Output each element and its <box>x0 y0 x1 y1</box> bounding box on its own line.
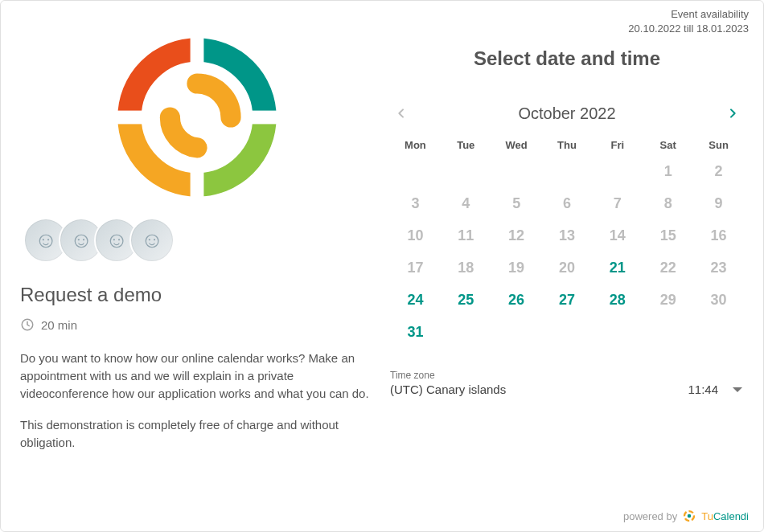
calendar-day-disabled: 16 <box>693 225 744 246</box>
calendar-day-disabled: 4 <box>441 193 491 214</box>
calendar-day-disabled: 2 <box>693 161 744 182</box>
calendar-day-disabled: 10 <box>390 225 441 246</box>
calendar-day-disabled: 20 <box>542 257 593 278</box>
calendar-day-disabled: 7 <box>592 193 643 214</box>
calendar-day-disabled: 30 <box>693 289 744 310</box>
svg-rect-0 <box>191 36 204 70</box>
weekday-label: Fri <box>592 139 643 151</box>
chevron-right-icon <box>726 107 739 120</box>
calendar-grid: 1234567891011121314151617181920212223242… <box>390 161 744 342</box>
powered-by-label: powered by <box>623 510 677 522</box>
event-title: Request a demo <box>20 284 374 306</box>
weekday-label: Mon <box>390 139 441 151</box>
svg-rect-3 <box>244 111 278 125</box>
calendar-day-disabled: 14 <box>592 225 643 246</box>
brand-logo <box>20 33 374 218</box>
timezone-select[interactable]: (UTC) Canary islands 11:44 <box>390 383 744 396</box>
calendar-day-disabled: 23 <box>693 257 744 278</box>
timezone-value: (UTC) Canary islands <box>390 383 506 396</box>
calendar-day-disabled: 6 <box>542 193 593 214</box>
picker-title: Select date and time <box>390 47 744 70</box>
calendar-day-available[interactable]: 31 <box>390 321 441 342</box>
calendar-day-disabled: 3 <box>390 193 441 214</box>
weekday-label: Tue <box>441 139 491 151</box>
date-picker-panel: Select date and time October 2022 Mon Tu… <box>390 9 744 531</box>
timezone-block: Time zone (UTC) Canary islands 11:44 <box>390 370 744 396</box>
brand-tu: Tu <box>701 510 713 522</box>
avatar: ☺ <box>129 218 175 263</box>
availability-label: Event availability <box>628 7 749 22</box>
calendar-day-disabled: 1 <box>643 161 693 182</box>
calendar-day-disabled: 19 <box>491 257 542 278</box>
host-avatars: ☺ ☺ ☺ ☺ <box>20 218 374 263</box>
calendar-day-available[interactable]: 27 <box>542 289 593 310</box>
description-paragraph: This demonstration is completely free of… <box>20 416 374 452</box>
calendar-day-available[interactable]: 26 <box>491 289 542 310</box>
svg-rect-2 <box>116 111 150 125</box>
next-month-button[interactable] <box>721 102 744 125</box>
calendar-day-disabled: 8 <box>643 193 693 214</box>
weekday-header: Mon Tue Wed Thu Fri Sat Sun <box>390 139 744 151</box>
calendar-day-disabled: 12 <box>491 225 542 246</box>
clock-logo-icon <box>113 33 281 202</box>
description-paragraph: Do you want to know how our online calen… <box>20 350 374 402</box>
calendar-day-available[interactable]: 28 <box>592 289 643 310</box>
duration-value: 20 min <box>41 318 77 332</box>
event-description: Do you want to know how our online calen… <box>20 350 374 452</box>
brand-mark-icon <box>682 509 696 523</box>
duration-row: 20 min <box>20 317 374 332</box>
calendar-day-disabled: 15 <box>643 225 693 246</box>
svg-point-6 <box>688 514 692 518</box>
weekday-label: Thu <box>542 139 593 151</box>
event-panel: ☺ ☺ ☺ ☺ Request a demo 20 min Do you wan… <box>20 9 390 531</box>
calendar-day-available[interactable]: 24 <box>390 289 441 310</box>
chevron-down-icon <box>733 387 742 392</box>
calendar-day-disabled: 5 <box>491 193 542 214</box>
calendar-day-available[interactable]: 25 <box>441 289 491 310</box>
svg-rect-1 <box>191 165 204 198</box>
weekday-label: Sat <box>643 139 693 151</box>
clock-icon <box>20 317 35 332</box>
month-label: October 2022 <box>413 104 721 123</box>
weekday-label: Wed <box>491 139 542 151</box>
calendar-day-disabled: 18 <box>441 257 491 278</box>
calendar-day-disabled: 22 <box>643 257 693 278</box>
calendar-day-disabled: 9 <box>693 193 744 214</box>
availability-info: Event availability 20.10.2022 till 18.01… <box>628 7 749 35</box>
calendar-day-disabled: 29 <box>643 289 693 310</box>
month-navigation: October 2022 <box>390 102 744 125</box>
availability-range: 20.10.2022 till 18.01.2023 <box>628 22 749 36</box>
calendar-day-available[interactable]: 21 <box>592 257 643 278</box>
timezone-clock: 11:44 <box>688 383 718 396</box>
chevron-left-icon <box>395 107 408 120</box>
calendar-day-disabled: 13 <box>542 225 593 246</box>
booking-card: Event availability 20.10.2022 till 18.01… <box>0 0 764 532</box>
brand-cal: Calendi <box>713 510 749 522</box>
calendar-day-disabled: 11 <box>441 225 491 246</box>
weekday-label: Sun <box>693 139 744 151</box>
calendar-day-disabled: 17 <box>390 257 441 278</box>
prev-month-button[interactable] <box>390 102 413 125</box>
timezone-label: Time zone <box>390 370 744 381</box>
powered-by-footer[interactable]: powered by TuCalendi <box>623 509 749 523</box>
